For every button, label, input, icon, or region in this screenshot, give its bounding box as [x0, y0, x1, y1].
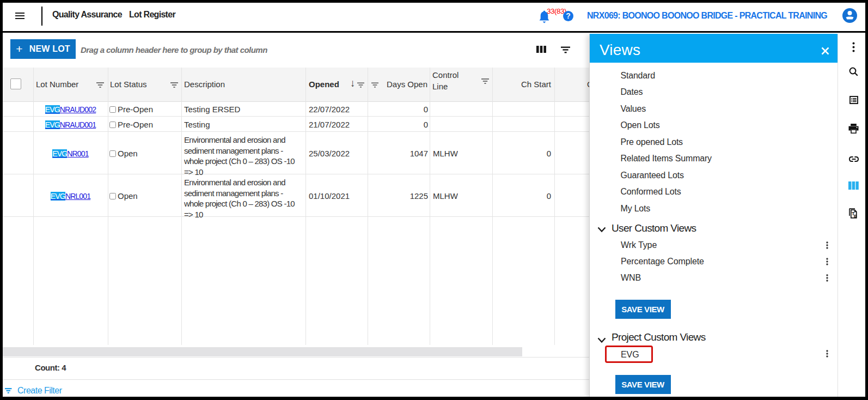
svg-text:B: B — [854, 213, 857, 218]
